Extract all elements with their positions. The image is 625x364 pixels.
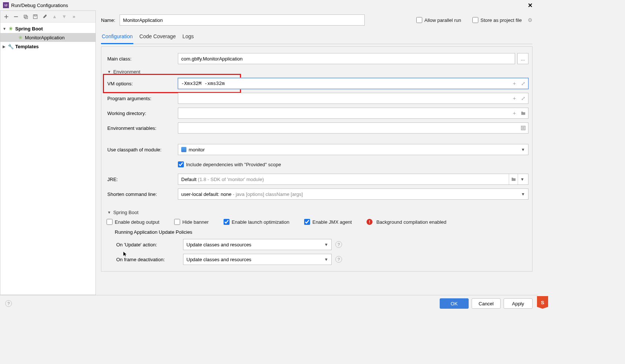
tree-label: MonitorApplication — [25, 35, 65, 40]
on-update-value: Update classes and resources — [186, 242, 251, 247]
tree-label: Templates — [15, 44, 39, 49]
help-icon[interactable]: ? — [335, 256, 342, 263]
remove-config-icon[interactable] — [12, 13, 20, 20]
name-label: Name: — [101, 17, 115, 23]
tab-logs[interactable]: Logs — [182, 31, 194, 44]
tree-node-spring-boot[interactable]: ▼ ❀ Spring Boot — [0, 24, 95, 33]
on-update-select[interactable]: Update classes and resources ▼ — [183, 239, 332, 250]
spring-boot-section-label: Spring Boot — [113, 210, 139, 215]
chevron-down-icon: ▼ — [3, 27, 6, 31]
ok-button[interactable]: OK — [440, 298, 469, 309]
chevron-right-icon: ▶ — [3, 45, 6, 49]
classpath-module-select[interactable]: monitor ▼ — [178, 144, 528, 155]
allow-parallel-label: Allow parallel run — [424, 17, 461, 23]
main-class-label: Main class: — [105, 56, 178, 62]
chevron-down-icon: ▼ — [521, 192, 525, 196]
running-policies-label: Running Application Update Policies — [105, 227, 528, 237]
chevron-down-icon: ▼ — [521, 147, 525, 152]
insert-macro-icon[interactable]: + — [511, 109, 518, 117]
config-tree-panel: ▲ ▼ » ▼ ❀ Spring Boot ❀ MonitorApplicati… — [0, 10, 96, 295]
on-frame-value: Update classes and resources — [186, 257, 251, 262]
allow-parallel-checkbox[interactable]: Allow parallel run — [416, 17, 461, 23]
environment-section-toggle[interactable]: ▼ Environment — [105, 66, 528, 76]
expand-field-icon[interactable]: ⤢ — [520, 80, 527, 87]
folder-icon[interactable] — [509, 174, 518, 184]
enable-launch-label: Enable launch optimization — [232, 219, 289, 225]
tree-toolbar: ▲ ▼ » — [0, 11, 95, 23]
vm-options-label: VM options: — [105, 81, 178, 86]
tree-node-monitor-application[interactable]: ❀ MonitorApplication — [0, 33, 95, 42]
expand-field-icon[interactable]: ⤢ — [520, 95, 527, 102]
name-input[interactable] — [120, 14, 365, 26]
warning-icon: ! — [367, 219, 372, 225]
browse-main-class-button[interactable]: ... — [517, 53, 528, 64]
spring-boot-section-toggle[interactable]: ▼ Spring Boot — [105, 207, 528, 217]
enable-jmx-label: Enable JMX agent — [312, 219, 352, 225]
enable-debug-label: Enable debug output — [115, 219, 159, 225]
svg-rect-3 — [34, 14, 36, 16]
window-title: Run/Debug Configurations — [11, 3, 68, 8]
enable-jmx-checkbox[interactable]: Enable JMX agent — [304, 219, 352, 225]
spring-icon: ❀ — [8, 26, 14, 32]
chevron-down-icon: ▼ — [518, 174, 527, 184]
help-icon[interactable]: ? — [335, 241, 342, 248]
store-project-checkbox[interactable]: Store as project file — [472, 17, 522, 23]
on-frame-select[interactable]: Update classes and resources ▼ — [183, 254, 332, 265]
badge-icon: S — [537, 296, 548, 309]
tree-node-templates[interactable]: ▶ 🔧 Templates — [0, 42, 95, 51]
shorten-value: user-local default: none — [181, 191, 231, 197]
tab-code-coverage[interactable]: Code Coverage — [139, 31, 176, 44]
help-icon[interactable]: ? — [5, 300, 12, 307]
chevron-down-icon: ▼ — [324, 242, 328, 247]
enable-launch-checkbox[interactable]: Enable launch optimization — [224, 219, 289, 225]
shorten-cmdline-select[interactable]: user-local default: none - java [options… — [178, 188, 528, 200]
svg-rect-0 — [24, 15, 27, 17]
list-icon[interactable] — [520, 124, 527, 132]
chevron-down-icon: ▼ — [107, 70, 111, 74]
tab-configuration[interactable]: Configuration — [101, 31, 133, 44]
shorten-label: Shorten command line: — [105, 191, 178, 197]
insert-macro-icon[interactable]: + — [511, 95, 518, 102]
svg-rect-2 — [33, 14, 38, 19]
tree-label: Spring Boot — [15, 26, 43, 32]
environment-section-label: Environment — [113, 69, 140, 75]
chevron-down-icon: ▼ — [107, 210, 111, 214]
main-class-input[interactable] — [178, 53, 515, 64]
save-config-icon[interactable] — [32, 13, 39, 20]
add-config-icon[interactable] — [3, 13, 10, 20]
insert-macro-icon[interactable]: + — [511, 80, 518, 87]
classpath-label: Use classpath of module: — [105, 147, 178, 153]
app-icon: IJ — [3, 2, 9, 8]
move-down-icon[interactable]: ▼ — [61, 13, 68, 20]
store-project-label: Store as project file — [481, 17, 522, 23]
copy-config-icon[interactable] — [22, 13, 29, 20]
bg-compile-warning: !Background compilation enabled — [367, 219, 446, 225]
enable-debug-checkbox[interactable]: Enable debug output — [107, 219, 159, 225]
folder-icon[interactable] — [520, 109, 527, 117]
expand-icon[interactable]: » — [70, 13, 78, 20]
program-args-label: Program arguments: — [105, 96, 178, 101]
program-args-input[interactable] — [178, 93, 528, 104]
include-provided-label: Include dependencies with "Provided" sco… — [186, 162, 281, 167]
include-provided-checkbox[interactable]: Include dependencies with "Provided" sco… — [178, 161, 281, 167]
gear-icon[interactable]: ⚙ — [528, 17, 533, 23]
wrench-icon: 🔧 — [8, 43, 14, 49]
bg-compile-label: Background compilation enabled — [376, 219, 446, 225]
working-dir-input[interactable] — [178, 108, 528, 119]
jre-default-label: Default — [181, 177, 196, 182]
env-vars-label: Environment variables: — [105, 125, 178, 131]
svg-rect-1 — [25, 16, 27, 19]
apply-button[interactable]: Apply — [504, 298, 533, 309]
module-icon — [181, 147, 186, 152]
cancel-button[interactable]: Cancel — [472, 298, 501, 309]
jre-select[interactable]: Default (1.8 - SDK of 'monitor' module) … — [178, 174, 528, 185]
env-vars-input[interactable] — [178, 122, 528, 134]
vm-options-input[interactable] — [178, 78, 528, 89]
working-dir-label: Working directory: — [105, 111, 178, 116]
move-up-icon[interactable]: ▲ — [51, 13, 58, 20]
spring-icon: ❀ — [17, 35, 23, 40]
on-update-label: On 'Update' action: — [116, 242, 183, 247]
edit-defaults-icon[interactable] — [41, 13, 49, 20]
close-icon[interactable]: ✕ — [525, 2, 535, 9]
hide-banner-checkbox[interactable]: Hide banner — [174, 219, 209, 225]
